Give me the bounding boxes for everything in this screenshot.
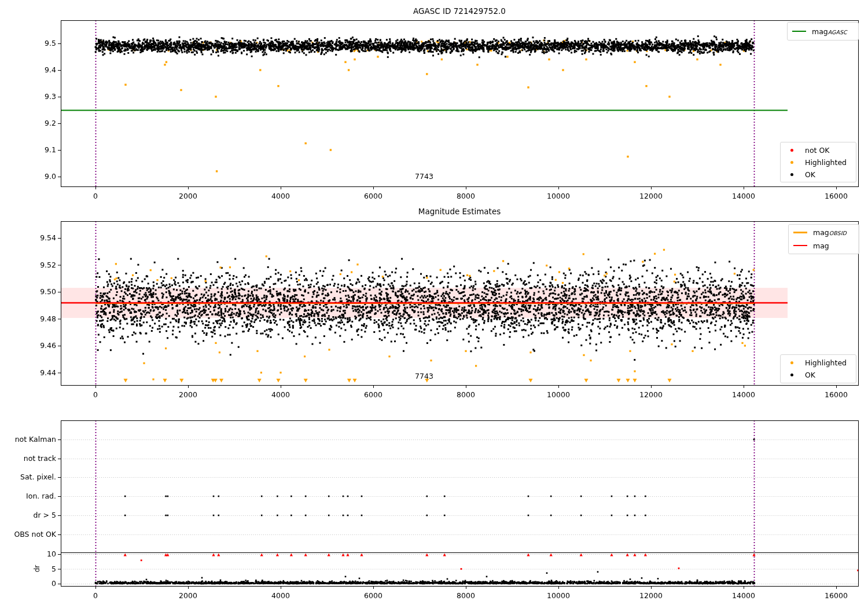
flag-category-label: dr > 5 xyxy=(34,511,56,520)
figure-agasc-magnitude-report: AGASC ID 721429752.0 Magnitude Estimates… xyxy=(0,0,868,608)
legend-row: Highlighted xyxy=(785,357,850,368)
legend-label: Highlighted xyxy=(805,158,847,167)
flag-category-label: not track xyxy=(24,454,56,463)
y-tick-label: 9.1 xyxy=(45,145,56,155)
flag-category-label: OBS not OK xyxy=(14,530,56,539)
y-tick-label: 9.44 xyxy=(40,368,56,378)
x-tick-label: 2000 xyxy=(179,591,197,600)
x-tick-label: 4000 xyxy=(271,591,290,600)
legend-panel1-markers: not OK Highlighted OK xyxy=(780,142,856,182)
y-tick-label: 9.50 xyxy=(40,287,56,296)
y-tick-label: 9.46 xyxy=(40,341,56,350)
x-tick-label: 12000 xyxy=(639,390,663,400)
legend-label: mag xyxy=(813,241,829,250)
dr-axis-label: dr xyxy=(33,565,41,573)
x-tick-label: 10000 xyxy=(547,390,570,400)
x-tick-label: 0 xyxy=(93,192,98,201)
ok-marker xyxy=(790,373,793,376)
ok-marker xyxy=(790,173,793,176)
panel-agasc-mag xyxy=(61,20,858,186)
x-tick-label: 0 xyxy=(93,591,98,600)
y-tick-label: 9.3 xyxy=(45,92,56,101)
dr-tick-label: 10 xyxy=(47,550,56,559)
legend-panel2-markers: Highlighted OK xyxy=(780,354,856,383)
x-tick-label: 16000 xyxy=(825,390,848,400)
panel2-obsid-annotation: 7743 xyxy=(415,372,433,380)
legend-row: not OK xyxy=(785,145,850,155)
legend-label: not OK xyxy=(805,146,829,155)
legend-mag-lines: magOBSID mag xyxy=(788,224,859,254)
x-tick-label: 0 xyxy=(93,390,98,400)
legend-row: OK xyxy=(785,169,850,180)
flag-category-label: not Kalman xyxy=(15,435,56,444)
x-tick-label: 2000 xyxy=(179,192,197,201)
y-tick-label: 9.54 xyxy=(40,233,56,243)
y-tick-label: 9.52 xyxy=(40,261,56,270)
not-ok-marker xyxy=(790,149,793,152)
x-tick-label: 12000 xyxy=(639,591,663,600)
y-tick-label: 9.0 xyxy=(45,172,56,181)
legend-label: magOBSID xyxy=(813,228,847,237)
x-tick-label: 6000 xyxy=(364,192,382,201)
x-tick-label: 14000 xyxy=(732,390,755,400)
x-tick-label: 6000 xyxy=(364,591,382,600)
x-tick-label: 10000 xyxy=(547,591,570,600)
panel1-obsid-annotation: 7743 xyxy=(415,172,433,181)
dr-tick-label: 5 xyxy=(52,565,56,574)
highlighted-marker xyxy=(790,361,793,364)
panel1-title: AGASC ID 721429752.0 xyxy=(413,6,506,16)
x-tick-label: 4000 xyxy=(271,192,290,201)
legend-label: Highlighted xyxy=(805,358,847,367)
flag-category-label: Ion. rad. xyxy=(26,492,56,501)
x-tick-label: 4000 xyxy=(271,390,290,400)
x-tick-label: 16000 xyxy=(825,192,848,201)
x-tick-label: 8000 xyxy=(457,390,475,400)
highlighted-marker xyxy=(790,161,793,164)
y-tick-label: 9.48 xyxy=(40,314,56,324)
legend-label: OK xyxy=(805,371,815,379)
panel-magnitude-estimates xyxy=(61,221,858,385)
legend-row: magOBSID xyxy=(793,227,853,239)
x-tick-label: 6000 xyxy=(364,390,382,400)
x-tick-label: 12000 xyxy=(639,192,663,201)
x-tick-label: 16000 xyxy=(825,591,848,600)
x-tick-label: 8000 xyxy=(457,192,475,201)
panel2-title: Magnitude Estimates xyxy=(418,207,501,216)
x-tick-label: 14000 xyxy=(732,192,755,201)
legend-mag-agasc: magAGASC xyxy=(787,22,859,41)
legend-row: mag xyxy=(793,240,853,252)
dr-tick-label: 0 xyxy=(52,579,56,588)
x-tick-label: 10000 xyxy=(547,192,570,201)
legend-row: magAGASC xyxy=(792,25,852,37)
x-tick-label: 14000 xyxy=(732,591,755,600)
y-tick-label: 9.2 xyxy=(45,119,56,128)
x-tick-label: 2000 xyxy=(179,390,197,400)
x-tick-label: 8000 xyxy=(457,591,475,600)
y-tick-label: 9.5 xyxy=(45,39,56,48)
mag-line-sample xyxy=(793,245,807,246)
mag-obsid-line-sample xyxy=(793,232,807,233)
y-tick-label: 9.4 xyxy=(45,65,56,75)
legend-row: Highlighted xyxy=(785,157,850,167)
legend-row: OK xyxy=(785,370,850,381)
mag-agasc-line-sample xyxy=(792,31,806,32)
flag-category-label: Sat. pixel. xyxy=(20,473,56,482)
legend-label: magAGASC xyxy=(812,27,847,36)
panel-flags-dr xyxy=(61,420,858,586)
legend-label: OK xyxy=(805,170,815,179)
